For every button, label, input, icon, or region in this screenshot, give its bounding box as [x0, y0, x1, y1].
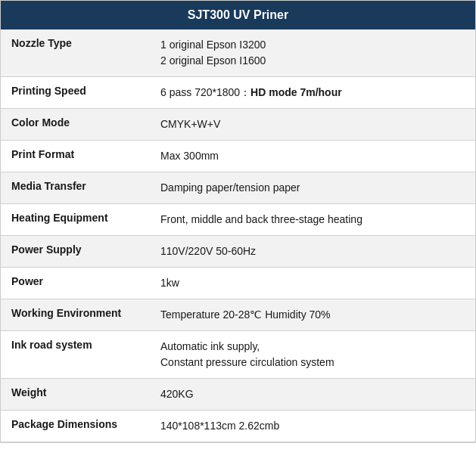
row-value: 1kw: [150, 268, 475, 299]
table-row: Package Dimensions140*108*113cm 2.62cmb: [1, 411, 475, 442]
row-value: Front, middle and back three-stage heati…: [150, 204, 475, 236]
row-label: Package Dimensions: [1, 411, 150, 442]
table-title: SJT300 UV Priner: [1, 1, 475, 29]
spec-table: SJT300 UV Priner Nozzle Type1 original E…: [0, 0, 476, 443]
table-row: Printing Speed6 pass 720*1800：HD mode 7m…: [1, 77, 475, 109]
row-label: Print Format: [1, 141, 150, 172]
row-label: Power Supply: [1, 236, 150, 268]
table-row: Weight420KG: [1, 379, 475, 411]
row-label: Weight: [1, 379, 150, 411]
table-row: Nozzle Type1 original Epson I32002 origi…: [1, 29, 475, 77]
table-row: Power Supply110V/220V 50-60Hz: [1, 236, 475, 268]
row-value: Temperature 20-28℃ Humidity 70%: [150, 299, 475, 331]
row-label: Working Environment: [1, 299, 150, 331]
row-label: Nozzle Type: [1, 29, 150, 77]
row-value: Automatic ink supply,Constant pressure c…: [150, 331, 475, 379]
table-row: Ink road systemAutomatic ink supply,Cons…: [1, 331, 475, 379]
table-row: Power1kw: [1, 268, 475, 299]
row-value: CMYK+W+V: [150, 109, 475, 141]
row-label: Power: [1, 268, 150, 299]
row-value: 1 original Epson I32002 original Epson I…: [150, 29, 475, 77]
row-label: Media Transfer: [1, 172, 150, 204]
row-value: 420KG: [150, 379, 475, 411]
row-value: 110V/220V 50-60Hz: [150, 236, 475, 268]
row-label: Heating Equipment: [1, 204, 150, 236]
bold-value: HD mode 7m/hour: [250, 86, 342, 98]
table-row: Working EnvironmentTemperature 20-28℃ Hu…: [1, 299, 475, 331]
table-row: Color ModeCMYK+W+V: [1, 109, 475, 141]
row-label: Color Mode: [1, 109, 150, 141]
spec-rows: Nozzle Type1 original Epson I32002 origi…: [1, 29, 475, 442]
table-row: Heating EquipmentFront, middle and back …: [1, 204, 475, 236]
table-row: Media TransferDamping paper/tension pape…: [1, 172, 475, 204]
row-label: Ink road system: [1, 331, 150, 379]
row-value: 140*108*113cm 2.62cmb: [150, 411, 475, 442]
table-row: Print FormatMax 300mm: [1, 141, 475, 172]
row-label: Printing Speed: [1, 77, 150, 109]
row-value: 6 pass 720*1800：HD mode 7m/hour: [150, 77, 475, 109]
row-value: Max 300mm: [150, 141, 475, 172]
row-value: Damping paper/tension paper: [150, 172, 475, 204]
